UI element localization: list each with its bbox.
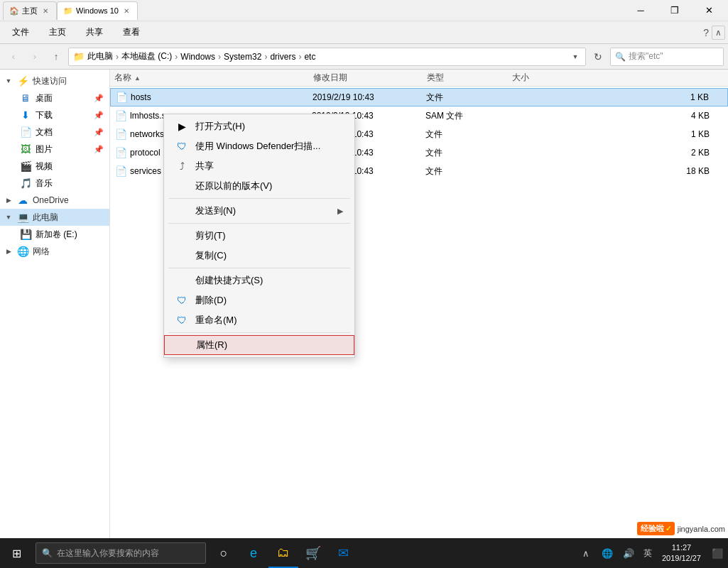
file-icon-4: 📄: [114, 165, 127, 178]
table-row[interactable]: 📄 hosts 2019/2/19 10:43 文件 1 KB: [110, 88, 728, 106]
sidebar-item-pictures[interactable]: 🖼 图片 📌: [0, 141, 109, 158]
desktop-icon: 🖥: [20, 92, 31, 104]
taskbar-network-icon[interactable]: 🌐: [597, 538, 618, 568]
ctx-open-with[interactable]: ▶ 打开方式(H): [164, 116, 354, 136]
taskbar-app-explorer[interactable]: 🗂: [268, 538, 298, 568]
taskbar-app-edge[interactable]: e: [239, 538, 268, 568]
ctx-properties[interactable]: 属性(R): [164, 335, 354, 355]
sidebar-item-quick-access[interactable]: ▼ ⚡ 快速访问: [0, 72, 109, 89]
col-header-type[interactable]: 类型: [427, 72, 512, 84]
sidebar-item-drive-e[interactable]: 💾 新加卷 (E:): [0, 226, 109, 243]
title-bar: 🏠 主页 ✕ 📁 Windows 10 ✕ ─ ❐ ✕: [0, 0, 728, 21]
path-part-etc[interactable]: etc: [304, 52, 315, 62]
explorer-icon: 🗂: [277, 545, 290, 560]
path-part-drivers[interactable]: drivers: [270, 52, 295, 62]
ctx-send-to[interactable]: 发送到(N) ▶: [164, 201, 354, 221]
sidebar-item-videos[interactable]: 🎬 视频: [0, 158, 109, 175]
col-header-date[interactable]: 修改日期: [313, 72, 427, 84]
start-button[interactable]: ⊞: [0, 538, 33, 568]
pictures-label: 图片: [36, 143, 53, 155]
file-name-0: hosts: [131, 92, 313, 102]
file-size-0: 1 KB: [511, 92, 723, 102]
desktop-label: 桌面: [36, 92, 53, 104]
expand-onedrive-icon: ▶: [4, 196, 13, 204]
up-button[interactable]: ↑: [47, 48, 65, 66]
ribbon-tab-home[interactable]: 主页: [40, 21, 75, 43]
ctx-cut[interactable]: 剪切(T): [164, 226, 354, 246]
taskbar-search-icon: 🔍: [42, 548, 53, 558]
help-icon[interactable]: ?: [703, 27, 709, 38]
file-type-4: 文件: [425, 165, 511, 178]
back-button[interactable]: ‹: [4, 48, 23, 66]
ribbon-tab-share[interactable]: 共享: [77, 21, 112, 43]
address-bar: ‹ › ↑ 📁 此电脑 › 本地磁盘 (C:) › Windows › Syst…: [0, 44, 728, 70]
address-path[interactable]: 📁 此电脑 › 本地磁盘 (C:) › Windows › System32 ›…: [68, 48, 586, 66]
tab-home-close[interactable]: ✕: [40, 6, 50, 16]
ctx-create-shortcut[interactable]: 创建快捷方式(S): [164, 271, 354, 290]
taskbar-search[interactable]: 🔍 在这里输入你要搜索的内容: [36, 542, 206, 564]
ctx-delete[interactable]: 🛡 删除(D): [164, 290, 354, 310]
close-button[interactable]: ✕: [692, 0, 725, 21]
music-label: 音乐: [36, 178, 53, 190]
sidebar-item-thispc[interactable]: ▼ 💻 此电脑: [0, 209, 109, 226]
time-label: 11:27: [672, 542, 692, 553]
taskbar-app-store[interactable]: 🛒: [298, 538, 328, 568]
ctx-sep-4: [168, 332, 350, 333]
shortcut-icon: [175, 274, 188, 287]
taskbar-clock[interactable]: 11:27 2019/12/27: [656, 538, 707, 568]
downloads-label: 下载: [36, 109, 53, 121]
path-part-windows[interactable]: Windows: [180, 52, 215, 62]
sidebar-item-music[interactable]: 🎵 音乐: [0, 175, 109, 192]
ctx-copy[interactable]: 复制(C): [164, 246, 354, 266]
sidebar-item-documents[interactable]: 📄 文档 📌: [0, 124, 109, 141]
ctx-rename[interactable]: 🛡 重命名(M): [164, 310, 354, 330]
ribbon-tab-file[interactable]: 文件: [3, 21, 38, 43]
taskbar-lang[interactable]: 英: [639, 538, 656, 568]
ctx-restore-label: 还原以前的版本(V): [195, 180, 272, 192]
file-icon-3: 📄: [114, 146, 127, 159]
taskbar-show-desktop[interactable]: ⬛: [707, 538, 728, 568]
tab-windows10[interactable]: 📁 Windows 10 ✕: [57, 1, 138, 20]
search-box[interactable]: 🔍 搜索"etc": [610, 48, 724, 66]
tab-win10-close[interactable]: ✕: [121, 6, 131, 16]
col-header-size[interactable]: 大小: [512, 72, 724, 84]
col-header-name[interactable]: 名称 ▲: [114, 72, 313, 84]
sidebar-item-downloads[interactable]: ⬇ 下载 📌: [0, 106, 109, 124]
pictures-icon: 🖼: [20, 143, 31, 155]
tab-home[interactable]: 🏠 主页 ✕: [3, 1, 57, 20]
restore-icon: [175, 180, 188, 192]
file-size-3: 2 KB: [511, 148, 724, 158]
taskbar-hidden-icons[interactable]: ∧: [575, 538, 597, 568]
ctx-open-with-label: 打开方式(H): [195, 120, 245, 133]
ctx-restore[interactable]: 还原以前的版本(V): [164, 176, 354, 196]
file-icon-0: 📄: [115, 91, 128, 104]
search-placeholder: 搜索"etc": [629, 50, 663, 62]
minimize-button[interactable]: ─: [624, 0, 657, 21]
taskbar: ⊞ 🔍 在这里输入你要搜索的内容 ○ e 🗂 🛒 ✉ ∧ 🌐 🔊 英 11:27…: [0, 538, 728, 568]
thispc-label: 此电脑: [33, 212, 58, 224]
ribbon-tab-view[interactable]: 查看: [114, 21, 149, 43]
pin-desktop-icon: 📌: [94, 94, 104, 103]
sidebar-item-onedrive[interactable]: ▶ ☁ OneDrive: [0, 192, 109, 209]
ctx-sep-2: [168, 223, 350, 224]
path-part-pc[interactable]: 此电脑: [87, 50, 113, 62]
sidebar-item-desktop[interactable]: 🖥 桌面 📌: [0, 89, 109, 106]
open-with-icon: ▶: [175, 120, 188, 133]
forward-button[interactable]: ›: [26, 48, 44, 66]
tab-win10-icon: 📁: [63, 6, 73, 16]
taskbar-task-view[interactable]: ○: [209, 538, 239, 568]
path-part-c[interactable]: 本地磁盘 (C:): [121, 50, 172, 62]
ribbon-collapse[interactable]: ∧: [712, 26, 725, 40]
taskbar-app-mail[interactable]: ✉: [328, 538, 358, 568]
taskbar-volume-icon[interactable]: 🔊: [618, 538, 639, 568]
ctx-share[interactable]: ⤴ 共享: [164, 156, 354, 176]
ctx-defender[interactable]: 🛡 使用 Windows Defender扫描...: [164, 136, 354, 156]
path-dropdown-icon[interactable]: ▼: [570, 51, 581, 62]
path-part-system32[interactable]: System32: [224, 52, 261, 62]
context-menu: ▶ 打开方式(H) 🛡 使用 Windows Defender扫描... ⤴ 共…: [163, 114, 355, 358]
sidebar-item-network[interactable]: ▶ 🌐 网络: [0, 243, 109, 260]
refresh-button[interactable]: ↻: [589, 48, 607, 66]
tab-home-icon: 🏠: [9, 6, 19, 16]
maximize-button[interactable]: ❐: [658, 0, 691, 21]
ctx-defender-label: 使用 Windows Defender扫描...: [195, 140, 320, 153]
